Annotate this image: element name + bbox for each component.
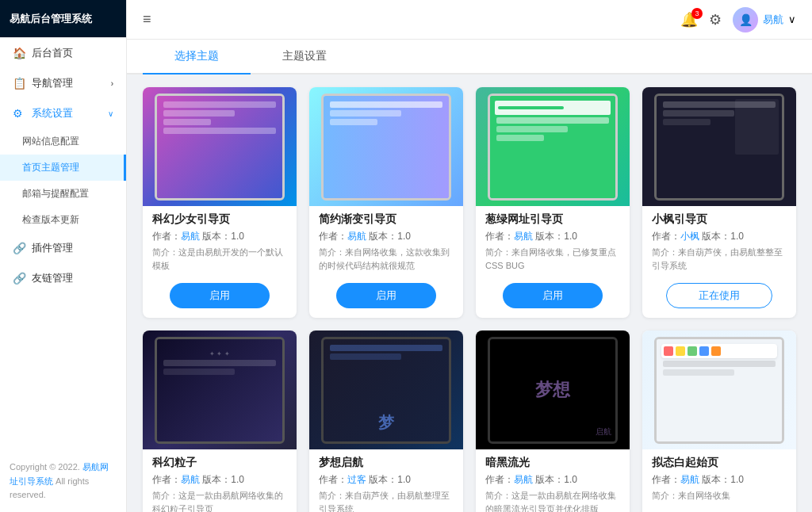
laptop-frame: 梦想 启航 [488,337,619,444]
theme-author-link[interactable]: 易航 [181,474,200,485]
laptop-frame [321,94,452,201]
theme-version: 1.0 [397,231,411,242]
header: ≡ 🔔 3 ⚙ 👤 易航 ∨ [127,0,812,40]
app-title: 易航后台管理系统 [10,13,92,25]
sidebar-home-label: 后台首页 [32,46,73,60]
sidebar-sub-theme[interactable]: 首页主题管理 [0,155,126,181]
update-label: 检查版本更新 [22,213,79,227]
settings-arrow-icon: ∨ [108,109,113,118]
theme-card-dark: 梦想 启航 暗黑流光 作者：易航 版本：1.0 简介：这是一款由易航在网络收集的… [476,331,630,512]
theme-btn-wrap: 启用 [309,283,463,308]
plugin-icon: 🔗 [13,242,25,254]
theme-meta: 作者：易航 版本：1.0 [152,473,287,487]
avatar-image: 👤 [739,13,753,26]
bell-button[interactable]: 🔔 3 [680,11,698,29]
tab-settings-label: 主题设置 [282,49,327,62]
enable-button-scifi-girl[interactable]: 启用 [170,283,270,308]
tab-theme-settings[interactable]: 主题设置 [251,40,358,75]
header-right: 🔔 3 ⚙ 👤 易航 ∨ [680,7,796,32]
sidebar-item-friends[interactable]: 🔗 友链管理 [0,263,126,293]
laptop-frame: 梦 [321,337,452,444]
user-avatar: 👤 [733,7,758,32]
sidebar-item-nav[interactable]: 📋 导航管理 › [0,68,126,98]
theme-grid: 科幻少女引导页 作者：易航 版本：1.0 简介：这是由易航开发的一个默认模板 启… [143,87,796,512]
copyright-text: Copyright © 2022. [10,462,80,472]
enable-button-simple[interactable]: 启用 [336,283,436,308]
theme-desc: 简介：来自网络收集，这款收集到的时候代码结构就很规范 [319,246,454,272]
user-menu[interactable]: 👤 易航 ∨ [733,7,796,32]
theme-preview-maple [642,87,796,206]
hamburger-icon[interactable]: ≡ [143,11,151,28]
theme-meta: 作者：易航 版本：1.0 [485,473,620,487]
theme-label: 首页主题管理 [22,161,79,174]
theme-card-dream: 梦 梦想启航 作者：过客 版本：1.0 简介：来自葫芦侠，由易航整理至引导系统 [309,331,463,512]
theme-info-maple: 小枫引导页 作者：小枫 版本：1.0 简介：来自葫芦侠，由易航整整至引导系统 [642,206,796,275]
theme-btn-wrap: 启用 [476,283,630,308]
email-label: 邮箱与提醒配置 [22,187,89,201]
theme-card-maple: 小枫引导页 作者：小枫 版本：1.0 简介：来自葫芦侠，由易航整整至引导系统 正… [642,87,796,318]
theme-author-link[interactable]: 易航 [347,231,366,242]
theme-desc: 简介：这是一款由易航网络收集的科幻粒子引导页 [152,489,287,512]
theme-preview-dream: 梦 [309,331,463,449]
header-gear-icon: ⚙ [709,12,722,28]
theme-version: 1.0 [231,474,244,485]
theme-name: 简约渐变引导页 [319,212,454,227]
sidebar-sub-update[interactable]: 检查版本更新 [0,207,126,233]
sidebar-sub-site-info[interactable]: 网站信息配置 [0,128,126,155]
theme-preview-particle: ✦ ✦ ✦ [143,331,297,449]
home-icon: 🏠 [13,47,25,59]
theme-meta: 作者：易航 版本：1.0 [485,230,620,243]
theme-name: 拟态白起始页 [652,456,787,470]
theme-author-link[interactable]: 易航 [181,231,200,242]
theme-card-particle: ✦ ✦ ✦ 科幻粒子 作者：易航 版本：1.0 简介：这是一款由易航网络收集的科… [143,331,297,512]
theme-name: 梦想启航 [319,456,454,470]
theme-version: 1.0 [564,474,577,485]
sidebar-sub-email[interactable]: 邮箱与提醒配置 [0,181,126,207]
bell-badge: 3 [691,8,703,19]
sidebar-copyright: Copyright © 2022. 易航网址引导系统 All rights re… [0,451,126,512]
page-content: 选择主题 主题设置 [127,40,812,512]
header-settings-button[interactable]: ⚙ [709,11,722,29]
theme-meta: 作者：过客 版本：1.0 [319,473,454,487]
theme-desc: 简介：来自网络收集，已修复重点CSS BUG [485,246,620,272]
nav-arrow-icon: › [111,79,113,88]
theme-info-particle: 科幻粒子 作者：易航 版本：1.0 简介：这是一款由易航网络收集的科幻粒子引导页 [143,449,297,512]
theme-info-green: 葱绿网址引导页 作者：易航 版本：1.0 简介：来自网络收集，已修复重点CSS … [476,206,630,275]
laptop-frame [155,94,285,201]
theme-author-link[interactable]: 易航 [680,474,699,485]
theme-name: 科幻少女引导页 [152,212,287,227]
theme-info-dark: 暗黑流光 作者：易航 版本：1.0 简介：这是一款由易航在网络收集的暗黑流光引导… [476,449,630,512]
theme-name: 暗黑流光 [485,456,620,470]
theme-author-link[interactable]: 易航 [514,474,533,485]
theme-version: 1.0 [231,231,244,242]
theme-author-link[interactable]: 过客 [347,474,366,485]
tab-select-theme[interactable]: 选择主题 [143,40,251,75]
enable-button-green[interactable]: 启用 [503,283,603,308]
theme-card-simple: 简约渐变引导页 作者：易航 版本：1.0 简介：来自网络收集，这款收集到的时候代… [309,87,463,318]
sidebar-nav-label: 导航管理 [32,76,73,90]
sidebar: 易航后台管理系统 🏠 后台首页 📋 导航管理 › ⚙ 系统设置 ∨ 网站信息配置… [0,0,127,512]
friends-label: 友链管理 [32,271,73,285]
sidebar-item-home[interactable]: 🏠 后台首页 [0,38,126,68]
laptop-frame [654,337,785,444]
theme-meta: 作者：易航 版本：1.0 [319,230,454,243]
sidebar-item-plugin[interactable]: 🔗 插件管理 [0,233,126,263]
sidebar-item-settings[interactable]: ⚙ 系统设置 ∨ [0,98,126,128]
theme-meta: 作者：易航 版本：1.0 [652,473,787,487]
theme-author-link[interactable]: 易航 [514,231,533,242]
theme-preview-dark: 梦想 启航 [476,331,630,449]
plugin-label: 插件管理 [32,241,73,255]
laptop-frame: ✦ ✦ ✦ [155,337,285,444]
app-logo: 易航后台管理系统 [0,0,126,38]
theme-card-scifi-girl: 科幻少女引导页 作者：易航 版本：1.0 简介：这是由易航开发的一个默认模板 启… [143,87,297,318]
theme-preview-scifi-girl [143,87,297,206]
theme-info-scifi-girl: 科幻少女引导页 作者：易航 版本：1.0 简介：这是由易航开发的一个默认模板 [143,206,297,275]
theme-desc: 简介：来自网络收集 [652,489,787,502]
theme-info-simple: 简约渐变引导页 作者：易航 版本：1.0 简介：来自网络收集，这款收集到的时候代… [309,206,463,275]
active-button-maple[interactable]: 正在使用 [666,283,772,308]
theme-desc: 简介：来自葫芦侠，由易航整整至引导系统 [652,246,787,272]
theme-info-dream: 梦想启航 作者：过客 版本：1.0 简介：来自葫芦侠，由易航整理至引导系统 [309,449,463,512]
theme-desc: 简介：这是一款由易航在网络收集的暗黑流光引导页并优化排版 [485,489,620,512]
theme-desc: 简介：这是由易航开发的一个默认模板 [152,246,287,272]
theme-author-link[interactable]: 小枫 [680,231,699,242]
